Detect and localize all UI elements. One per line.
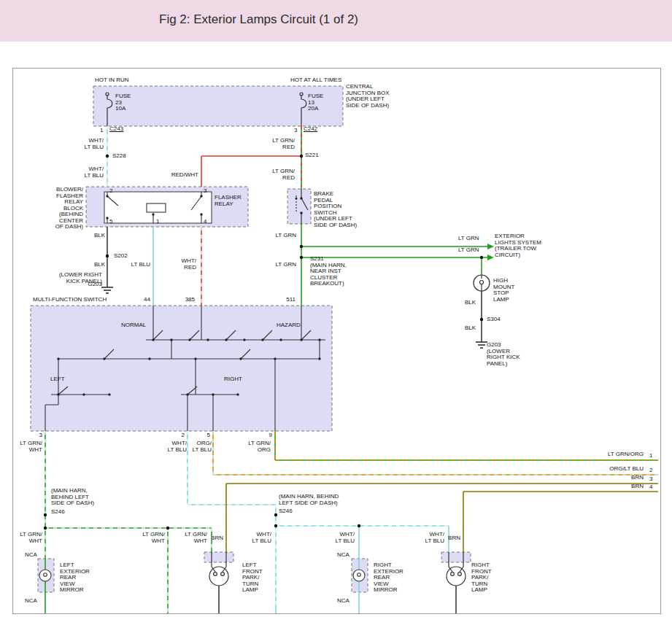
- c242-pin-label: 3: [294, 128, 297, 134]
- wht-lt-blu-label-2: WHT/ LT BLU: [73, 166, 104, 179]
- main-harn-mid-label: (MAIN HARN, BEHIND LEFT SIDE OF DASH): [279, 494, 339, 506]
- relay-pin-1-label: 1: [156, 219, 159, 225]
- circuit-number-3: 3: [649, 476, 652, 483]
- brn-right-label-3: BRN: [597, 475, 644, 481]
- c243-connector-label: C243: [109, 126, 123, 133]
- exterior-lights-system-label: EXTERIOR LIGHTS SYSTEM (TRAILER TOW CIRC…: [495, 233, 541, 258]
- s221-label: S221: [305, 152, 319, 159]
- left-front-lamp-connector-box: [204, 552, 233, 562]
- org-lt-blu-label-1: ORG/ LT BLU: [182, 441, 212, 453]
- s228-label: S228: [112, 153, 126, 160]
- flasher-relay-label: FLASHER RELAY: [215, 195, 242, 207]
- s304-label: S304: [487, 317, 501, 323]
- fuse-23-label: FUSE 23 10A: [115, 93, 131, 112]
- relay-pin-2-label: 2: [109, 188, 112, 195]
- lt-grn-red-label-2: LT GRN/ RED: [254, 168, 295, 181]
- lt-grn-wht-label-3: LT GRN/ WHT: [136, 532, 165, 544]
- g203-label-1: G203: [74, 282, 102, 288]
- wiring-diagram-page: Fig 2: Exterior Lamps Circuit (1 of 2): [0, 0, 672, 617]
- multi-function-switch-label: MULTI-FUNCTION SWITCH: [33, 297, 107, 303]
- hazard-label: HAZARD: [277, 322, 301, 329]
- right-mirror-lamp-symbol: [353, 570, 365, 581]
- right-front-lamp-connector-box: [441, 552, 471, 562]
- s246-left-label: S246: [51, 509, 65, 516]
- mfs-pin-9-label: 9: [262, 432, 272, 439]
- lt-grn-label-2: LT GRN: [258, 262, 296, 268]
- c242-connector-label: C242: [304, 126, 317, 133]
- s246-mid-label: S246: [279, 508, 293, 515]
- nca-label-2: NCA: [25, 598, 37, 605]
- right-label: RIGHT: [224, 376, 242, 383]
- figure-title: Fig 2: Exterior Lamps Circuit (1 of 2): [159, 12, 358, 27]
- mfs-pin-5-label: 5: [200, 432, 210, 439]
- left-mirror-lamp-symbol: [39, 570, 51, 581]
- brake-switch-label: BRAKE PEDAL POSITION SWITCH (UNDER LEFT …: [314, 191, 357, 228]
- lt-grn-label-1: LT GRN: [258, 233, 296, 239]
- circuit-number-4: 4: [649, 484, 652, 491]
- g203-note-label: G203 (LOWER RIGHT KICK PANEL): [487, 342, 520, 367]
- trailer-tow-arrow-1: [487, 244, 494, 249]
- nca-label-3: NCA: [337, 552, 349, 559]
- mfs-pin-3-label: 3: [32, 432, 42, 439]
- brake-pedal-switch-box: [287, 189, 311, 224]
- trailer-tow-arrow-2: [487, 255, 494, 260]
- fuse-13-label: FUSE 13 20A: [308, 93, 323, 112]
- brn-label-1: BRN: [200, 535, 223, 542]
- relay-pin-4-label: 4: [204, 219, 206, 225]
- lt-grn-label-3: LT GRN: [458, 236, 479, 242]
- lt-grn-org-label-1: LT GRN/ ORG: [242, 441, 271, 453]
- left-front-lamp-label: LEFT FRONT PARK/ TURN LAMP: [242, 562, 263, 594]
- right-mirror-label: RIGHT EXTERIOR REAR VIEW MIRROR: [374, 562, 403, 594]
- high-mount-stop-lamp-symbol: [474, 275, 490, 291]
- red-wht-label: RED/WHT: [158, 172, 198, 179]
- s202-label: S202: [114, 253, 128, 260]
- lt-grn-wht-label-2: LT GRN/ WHT: [13, 532, 42, 544]
- nca-label-1: NCA: [25, 552, 37, 559]
- mfs-pin-385-label: 385: [174, 297, 195, 303]
- main-harn-left-label: (MAIN HARN, BEHIND LEFT SIDE OF DASH): [51, 488, 94, 507]
- lt-grn-org-right-label: LT GRN/ORG: [566, 451, 644, 458]
- blk-label-1: BLK: [77, 233, 105, 239]
- mfs-pin-44-label: 44: [130, 297, 150, 303]
- lt-grn-wht-label-1: LT GRN/ WHT: [13, 441, 42, 453]
- high-mount-stop-lamp-label: HIGH MOUNT STOP LAMP: [493, 278, 514, 303]
- hot-at-all-times-label: HOT AT ALL TIMES: [290, 77, 341, 84]
- brn-label-2: BRN: [437, 535, 460, 542]
- lt-blu-label: LT BLU: [118, 262, 150, 268]
- hot-in-run-label: HOT IN RUN: [95, 77, 129, 84]
- blk-label-2: BLK: [77, 262, 105, 268]
- circuit-diagram: HOT IN RUN HOT AT ALL TIMES FUSE 23 10A …: [12, 68, 661, 614]
- lt-grn-label-4: LT GRN: [458, 247, 479, 254]
- c243-pin-label: 1: [100, 128, 103, 134]
- nca-label-4: NCA: [337, 598, 349, 605]
- circuit-number-1: 1: [649, 453, 652, 459]
- component-boxes: [31, 86, 471, 592]
- wht-lt-blu-label-1: WHT/ LT BLU: [73, 138, 104, 150]
- figure-header: Fig 2: Exterior Lamps Circuit (1 of 2): [0, 0, 672, 42]
- s231-note-label: S231 (MAIN HARN, NEAR INST CLUSTER BREAK…: [310, 256, 347, 287]
- left-label: LEFT: [50, 376, 65, 383]
- right-front-lamp-label: RIGHT FRONT PARK/ TURN LAMP: [471, 562, 492, 594]
- wht-red-label: WHT/ RED: [163, 258, 196, 271]
- blk-label-3: BLK: [448, 300, 476, 306]
- relay-pin-5-label: 5: [109, 219, 112, 225]
- normal-label: NORMAL: [121, 322, 146, 329]
- relay-block-label: BLOWER/ FLASHER RELAY BLOCK (BEHIND CENT…: [32, 187, 83, 230]
- wht-lt-blu-label-4: WHT/ LT BLU: [242, 532, 271, 544]
- left-mirror-label: LEFT EXTERIOR REAR VIEW MIRROR: [60, 562, 90, 594]
- wht-lt-blu-label-5: WHT/ LT BLU: [325, 532, 355, 544]
- mfs-pin-511-label: 511: [275, 297, 296, 303]
- brn-right-label-4: BRN: [597, 484, 644, 490]
- org-lt-blu-right-label: ORG/LT BLU: [566, 466, 644, 473]
- lt-grn-red-label-1: LT GRN/ RED: [254, 138, 295, 150]
- mfs-pin-2-label: 2: [174, 432, 185, 439]
- central-junction-box-label: CENTRAL JUNCTION BOX (UNDER LEFT SIDE OF…: [346, 84, 390, 109]
- blk-label-4: BLK: [448, 325, 476, 332]
- relay-pin-3-label: 3: [204, 188, 206, 195]
- circuit-number-2: 2: [649, 467, 652, 474]
